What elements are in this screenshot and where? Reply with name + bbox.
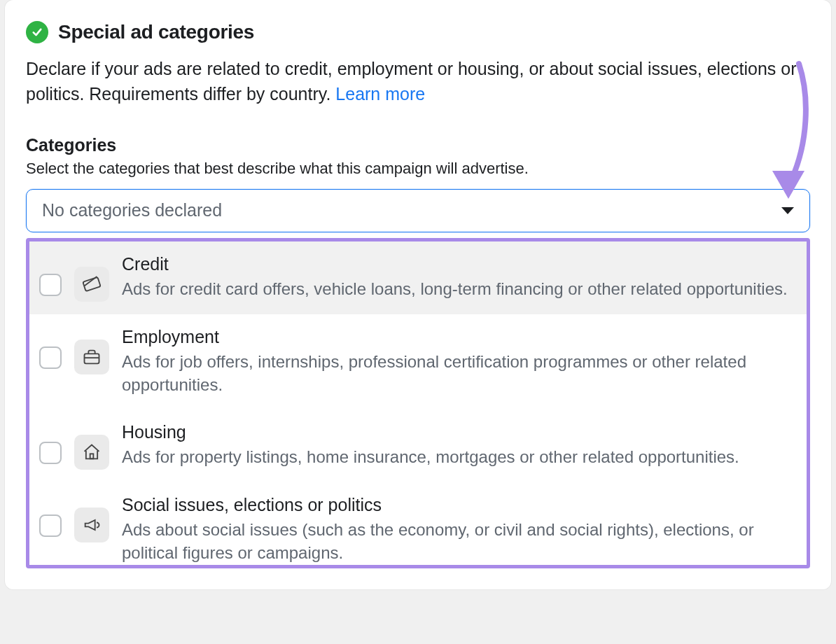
option-text: Housing Ads for property listings, home …	[122, 422, 797, 469]
svg-rect-2	[85, 354, 99, 363]
option-text: Credit Ads for credit card offers, vehic…	[122, 254, 797, 301]
megaphone-icon	[74, 507, 109, 542]
categories-dropdown-panel: Credit Ads for credit card offers, vehic…	[26, 238, 810, 568]
section-title: Special ad categories	[58, 21, 254, 43]
checkbox-housing[interactable]	[39, 442, 62, 464]
briefcase-icon	[74, 340, 109, 374]
option-social-issues[interactable]: Social issues, elections or politics Ads…	[29, 482, 807, 565]
checkbox-employment[interactable]	[39, 346, 62, 369]
categories-label: Categories	[26, 135, 810, 155]
learn-more-link[interactable]: Learn more	[335, 84, 425, 104]
option-title: Credit	[122, 254, 797, 274]
option-title: Housing	[122, 422, 797, 442]
home-icon	[74, 435, 109, 470]
option-credit[interactable]: Credit Ads for credit card offers, vehic…	[29, 241, 807, 314]
categories-help: Select the categories that best describe…	[26, 160, 810, 178]
chevron-down-icon	[781, 207, 794, 214]
section-description: Declare if your ads are related to credi…	[26, 56, 810, 107]
section-header: Special ad categories	[26, 21, 810, 43]
option-title: Social issues, elections or politics	[122, 495, 797, 515]
checkbox-social-issues[interactable]	[39, 514, 62, 537]
option-text: Employment Ads for job offers, internshi…	[122, 327, 797, 397]
option-desc: Ads about social issues (such as the eco…	[122, 518, 797, 565]
special-ad-categories-card: Special ad categories Declare if your ad…	[5, 0, 831, 589]
option-employment[interactable]: Employment Ads for job offers, internshi…	[29, 314, 807, 410]
option-text: Social issues, elections or politics Ads…	[122, 495, 797, 565]
categories-dropdown[interactable]: No categories declared	[26, 189, 810, 232]
checkbox-credit[interactable]	[39, 274, 62, 296]
check-circle-icon	[26, 21, 48, 43]
credit-card-icon	[74, 267, 109, 302]
option-housing[interactable]: Housing Ads for property listings, home …	[29, 410, 807, 482]
option-title: Employment	[122, 327, 797, 347]
option-desc: Ads for credit card offers, vehicle loan…	[122, 277, 797, 301]
dropdown-placeholder: No categories declared	[42, 200, 222, 220]
option-desc: Ads for job offers, internships, profess…	[122, 350, 797, 397]
option-desc: Ads for property listings, home insuranc…	[122, 445, 797, 469]
svg-rect-4	[90, 454, 94, 458]
